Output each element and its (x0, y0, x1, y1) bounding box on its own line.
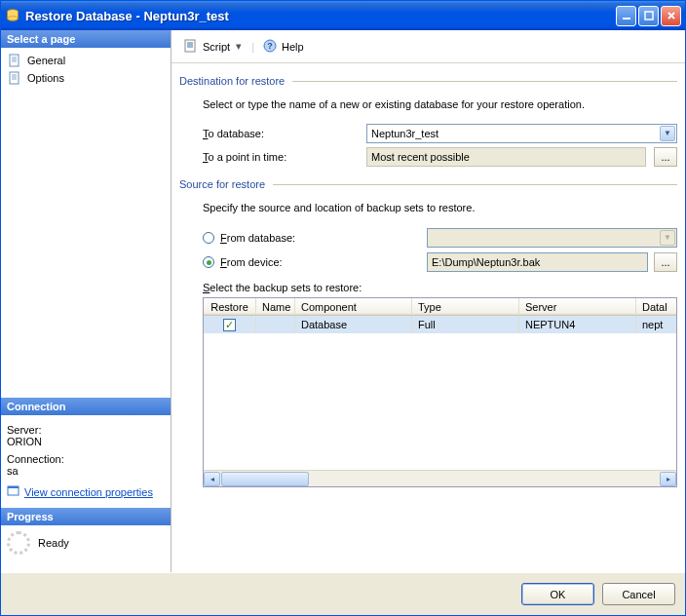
view-connection-properties-link[interactable]: View connection properties (7, 484, 153, 500)
from-database-radio[interactable] (203, 232, 214, 244)
properties-icon (7, 484, 20, 500)
to-database-combo[interactable]: Neptun3r_test ▼ (366, 124, 677, 143)
select-backup-sets-label: Select the backup sets to restore: (203, 282, 677, 293)
restore-checkbox[interactable]: ✓ (223, 319, 236, 331)
col-component[interactable]: Component (295, 298, 412, 315)
scroll-right-button[interactable]: ▸ (660, 472, 676, 486)
server-value: ORION (7, 436, 165, 447)
page-icon (7, 70, 22, 86)
source-group-title: Source for restore (179, 174, 677, 192)
from-device-field: E:\Dump\Neptun3r.bak (427, 252, 648, 272)
from-database-combo: ▼ (427, 228, 677, 248)
window-title: Restore Database - Neptun3r_test (25, 9, 616, 23)
minimize-button[interactable] (616, 6, 636, 26)
connection-block: Server: ORION Connection: sa View connec… (1, 415, 171, 508)
database-icon (5, 8, 20, 23)
sidebar-item-options[interactable]: Options (5, 69, 167, 87)
script-icon (183, 38, 199, 56)
sidebar-item-general[interactable]: General (5, 52, 167, 69)
connection-header: Connection (1, 398, 171, 415)
progress-status: Ready (38, 537, 69, 549)
maximize-button[interactable] (638, 6, 659, 26)
table-row[interactable]: ✓ Database Full NEPTUN4 nept (204, 316, 676, 333)
destination-desc: Select or type the name of a new or exis… (203, 96, 677, 120)
select-page-header: Select a page (1, 30, 171, 48)
close-button[interactable] (661, 6, 681, 26)
toolbar: Script ▾ | ? Help (172, 30, 685, 63)
progress-header: Progress (1, 508, 171, 525)
progress-row: Ready (1, 525, 171, 572)
svg-rect-4 (10, 55, 19, 66)
svg-rect-2 (623, 18, 630, 19)
from-device-label: From device: (220, 256, 359, 268)
point-in-time-browse-button[interactable]: ... (654, 147, 677, 167)
destination-group-title: Destination for restore (179, 71, 677, 89)
svg-text:?: ? (267, 41, 273, 51)
svg-rect-3 (645, 12, 653, 19)
dropdown-caret-icon: ▾ (234, 40, 244, 53)
progress-spinner-icon (7, 531, 30, 555)
svg-rect-5 (10, 72, 19, 84)
from-database-label: From database: (220, 232, 359, 244)
to-point-in-time-field: Most recent possible (366, 147, 646, 167)
table-header: Restore Name Component Type Server Datal (204, 298, 676, 316)
scroll-thumb[interactable] (221, 472, 309, 486)
device-browse-button[interactable]: ... (654, 252, 677, 272)
from-device-radio[interactable] (203, 256, 214, 268)
help-button[interactable]: ? Help (258, 36, 308, 58)
sidebar: Select a page General Options Connection… (1, 30, 172, 572)
cancel-button[interactable]: Cancel (602, 583, 675, 605)
sidebar-item-label: General (27, 55, 65, 66)
col-server[interactable]: Server (519, 298, 636, 315)
titlebar[interactable]: Restore Database - Neptun3r_test (1, 1, 685, 30)
connection-value: sa (7, 465, 165, 477)
scroll-left-button[interactable]: ◂ (204, 472, 220, 486)
dialog-footer: OK Cancel (1, 572, 685, 615)
page-icon (7, 53, 22, 68)
to-point-in-time-label: To a point in time: (203, 151, 359, 163)
col-type[interactable]: Type (412, 298, 519, 315)
chevron-down-icon: ▼ (660, 230, 675, 246)
svg-rect-8 (185, 40, 195, 52)
ok-button[interactable]: OK (521, 583, 594, 605)
connection-label: Connection: (7, 453, 165, 465)
script-button[interactable]: Script ▾ (179, 36, 248, 58)
col-name[interactable]: Name (256, 298, 295, 315)
svg-rect-7 (8, 486, 19, 488)
col-restore[interactable]: Restore (204, 298, 256, 315)
to-database-label: To database: (203, 128, 359, 139)
restore-database-window: Restore Database - Neptun3r_test Select … (0, 0, 686, 616)
horizontal-scrollbar[interactable]: ◂ ▸ (204, 470, 676, 486)
server-label: Server: (7, 424, 165, 436)
source-desc: Specify the source and location of backu… (203, 200, 677, 223)
sidebar-item-label: Options (27, 72, 64, 84)
col-database[interactable]: Datal (636, 298, 676, 315)
chevron-down-icon[interactable]: ▼ (660, 126, 675, 141)
backup-sets-table[interactable]: Restore Name Component Type Server Datal… (203, 297, 677, 487)
scroll-track[interactable] (221, 472, 659, 486)
help-icon: ? (262, 38, 278, 56)
